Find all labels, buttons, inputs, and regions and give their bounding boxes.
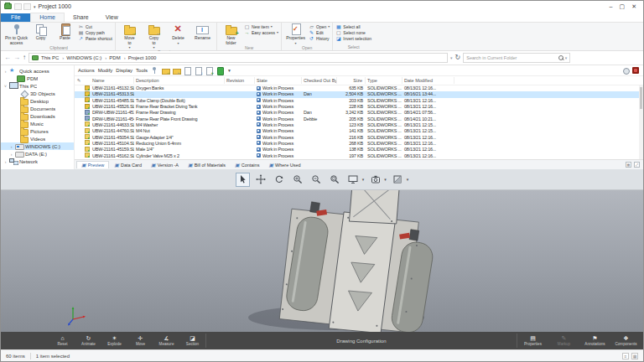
sidebar-item[interactable]: Desktop (1, 97, 74, 105)
sidebar-item[interactable]: › Network (1, 158, 74, 165)
breadcrumb-segment[interactable]: This PC (41, 55, 64, 60)
zoom-in-out-button[interactable] (309, 173, 324, 187)
zoom-area-button[interactable] (328, 173, 342, 187)
table-row[interactable]: UBW-21161-45132.SLDASM Oxygen Banks Work… (75, 85, 643, 91)
table-row[interactable]: UBW-21161-45313.SLDASM Work in Process D… (75, 91, 643, 97)
menu-tools[interactable]: Tools (136, 68, 148, 73)
chevron-icon[interactable]: › (9, 152, 13, 157)
thumbnail-view-icon[interactable]: ▦ (631, 353, 638, 359)
quick-access-toolbar-button[interactable] (14, 3, 22, 10)
forward-icon[interactable]: → (13, 54, 20, 61)
zoom-to-fit-button[interactable] (291, 173, 305, 187)
quick-access-toolbar-button[interactable] (23, 3, 31, 10)
delete-button[interactable]: Delete▾ (167, 23, 190, 45)
section-view-dropdown-icon[interactable]: ▾ (407, 177, 409, 182)
sidebar-item[interactable]: PDM (1, 75, 74, 82)
edit-button[interactable]: ✎Edit (309, 30, 330, 35)
minimize-button[interactable]: – (610, 3, 613, 10)
sidebar-item[interactable]: Music (1, 120, 74, 127)
table-row[interactable]: UBW-21161-45526.SLDASM Frame Rear Bracke… (75, 104, 643, 110)
pin-to-quick-access-button[interactable]: Pin to Quick access (5, 23, 28, 45)
tab-view[interactable]: View (97, 13, 127, 22)
pdm-tab[interactable]: ▣Bill of Materials (184, 162, 230, 168)
chevron-icon[interactable]: ˅ (3, 84, 8, 89)
search-dropdown-icon[interactable]: ▾ (565, 56, 568, 60)
column-name[interactable]: Name (91, 77, 134, 84)
invert-selection-button[interactable]: ◪Invert selection (335, 36, 371, 41)
new-item-button[interactable]: ▢New item▾ (244, 24, 278, 29)
rotate-tool-button[interactable] (273, 173, 287, 187)
pdm-tab[interactable]: ▣Data Card (110, 162, 146, 168)
open-button[interactable]: ▱Open▾ (309, 24, 330, 29)
undock-icon[interactable]: ▦ (626, 162, 631, 168)
select-none-button[interactable]: ▢Select none (335, 30, 371, 35)
tab-share[interactable]: Share (65, 13, 97, 22)
table-row[interactable]: UBW-21161-45162.SLDPRT Cylinder Valve M2… (75, 153, 643, 159)
sidebar-item[interactable]: Pictures (1, 127, 74, 135)
select-all-button[interactable]: ▦Select all (335, 24, 371, 29)
vault-status-icon[interactable] (216, 67, 224, 74)
paste-button[interactable]: Paste (54, 23, 76, 41)
table-row[interactable]: UBW-21161-45054.SLDPRT Gauge Adapter 1/4… (75, 135, 643, 141)
menu-actions[interactable]: Actions (78, 68, 95, 73)
viewer-button[interactable]: Section (179, 332, 205, 349)
close-button[interactable]: ✕ (631, 3, 636, 10)
view-orientation-button[interactable] (368, 173, 382, 187)
sidebar-item[interactable]: › Quick access (1, 67, 74, 75)
viewer-button[interactable]: Components (610, 332, 641, 349)
sidebar-item[interactable]: Videos (1, 135, 74, 142)
move-to-button[interactable]: →Move to▾ (118, 23, 141, 49)
viewer-button[interactable]: Markup (548, 332, 579, 349)
list-scrollbar[interactable] (639, 85, 643, 159)
viewer-button[interactable]: Reset (49, 332, 75, 349)
breadcrumb-segment[interactable]: Project 1000 (128, 55, 157, 60)
details-view-icon[interactable]: ≡ (622, 353, 629, 359)
section-view-button[interactable] (391, 173, 405, 187)
back-icon[interactable]: ← (4, 54, 11, 61)
history-button[interactable]: ↺History (309, 36, 330, 41)
breadcrumb[interactable]: This PCWINDOWS (C:)PDMProject 1000 (29, 53, 448, 63)
cut-button[interactable]: ✂Cut (78, 24, 112, 29)
viewer-button[interactable]: Properties (517, 332, 548, 349)
menu-display[interactable]: Display (116, 68, 132, 73)
refresh-icon[interactable]: ↻ (455, 54, 461, 61)
sidebar-item[interactable]: › DATA (E:) (1, 150, 74, 158)
breadcrumb-segment[interactable]: PDM (109, 55, 125, 60)
get-latest-icon[interactable] (195, 67, 202, 74)
check-in-icon[interactable] (173, 67, 180, 74)
up-icon[interactable]: ↑ (23, 54, 26, 61)
sidebar-item[interactable]: Downloads (1, 112, 74, 120)
check-out-icon[interactable] (162, 67, 169, 74)
copy-button[interactable]: Copy (29, 23, 52, 41)
sidebar-item[interactable]: 3D Objects (1, 90, 74, 97)
qat-customize-icon[interactable]: ▾ (34, 4, 36, 9)
pan-tool-button[interactable] (254, 173, 268, 187)
column-size[interactable]: Size (337, 77, 366, 84)
viewer-button[interactable]: Measure (153, 332, 179, 349)
search-input[interactable]: Search in Current Folder ▾ (463, 53, 570, 63)
pdm-tab[interactable]: ▣Preview (76, 161, 109, 168)
table-row[interactable]: UBW-21161-45485.SLDASM Tube Clamp (Doubl… (75, 98, 643, 104)
tab-home[interactable]: Home (30, 13, 65, 22)
column-type[interactable]: Type (366, 77, 402, 84)
expand-icon[interactable]: ⤢ (634, 162, 640, 168)
table-row[interactable]: UBW-21161-45104.SLDPRT Reducing Union 6-… (75, 141, 643, 147)
display-style-button[interactable] (346, 173, 361, 187)
table-row[interactable]: UBW-21161-44633.SLDPRT M4 Washer Work in… (75, 122, 643, 128)
column-description[interactable]: Description (134, 77, 225, 84)
settings-icon[interactable] (622, 67, 630, 74)
pin-icon[interactable] (151, 67, 158, 74)
table-row[interactable]: DRW-UBW-21161-45313.SLDDRW Frame Rear Dr… (75, 110, 643, 116)
maximize-button[interactable]: ▢ (620, 3, 626, 10)
pencil-icon[interactable]: ✎ (75, 77, 81, 84)
menu-modify[interactable]: Modify (98, 68, 113, 73)
viewer-button[interactable]: Annotations (579, 332, 610, 349)
properties-button[interactable]: Properties▾ (284, 23, 307, 45)
tab-file[interactable]: File (1, 13, 30, 22)
new-folder-button[interactable]: +New folder (220, 23, 242, 45)
table-row[interactable]: UBW-21161-45159.SLDPRT Male 1/4" Work in… (75, 147, 643, 153)
chevron-icon[interactable]: › (9, 144, 13, 149)
sidebar-item[interactable]: › WINDOWS (C:) (1, 142, 74, 150)
column-checked-out-by[interactable]: Checked Out By (302, 77, 337, 84)
copy-document-icon[interactable] (184, 67, 191, 74)
